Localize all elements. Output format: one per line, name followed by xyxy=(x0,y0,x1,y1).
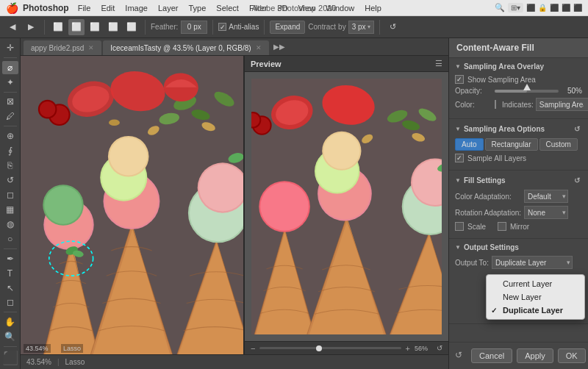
canvas-zoom-display: 43.54% xyxy=(26,358,51,366)
left-canvas[interactable]: 43.54% Lasso xyxy=(21,56,245,354)
scale-checkbox[interactable] xyxy=(455,222,464,231)
dropdown-item-current[interactable]: Current Layer xyxy=(487,277,584,290)
preview-title: Preview xyxy=(251,60,282,68)
zoom-minus[interactable]: − xyxy=(251,344,255,353)
foreground-color[interactable]: ⬛ xyxy=(2,350,18,366)
hand-tool[interactable]: ✋ xyxy=(2,315,18,329)
sample-all-layers-label: Sample All Layers xyxy=(467,154,526,162)
preview-panel: Preview ☰ xyxy=(245,56,448,354)
zoom-reset[interactable]: ↺ xyxy=(437,344,442,352)
reset-button[interactable]: ↺ xyxy=(385,19,401,35)
apply-button[interactable]: Apply xyxy=(517,348,553,363)
menu-file[interactable]: File xyxy=(74,2,96,14)
move-tool[interactable]: ✛ xyxy=(2,41,18,54)
left-canvas-tool: Lasso xyxy=(61,344,83,353)
blur-tool[interactable]: ◍ xyxy=(2,218,18,231)
shape-tool[interactable]: ◻ xyxy=(2,296,18,309)
sample-all-layers-checkbox[interactable]: ✓ xyxy=(455,154,464,162)
forward-button[interactable]: ▶ xyxy=(23,19,39,35)
indicates-select-wrap: Sampling Area Excluded Area xyxy=(536,98,588,111)
zoom-tool[interactable]: 🔍 xyxy=(2,330,18,343)
eraser-tool[interactable]: ◻ xyxy=(2,188,18,201)
magic-wand-tool[interactable]: ✦ xyxy=(2,76,18,89)
show-sampling-checkbox[interactable]: ✓ xyxy=(455,75,464,84)
dropdown-item-new[interactable]: New Layer xyxy=(487,290,584,304)
fill-settings-header[interactable]: ▼ Fill Settings ↺ xyxy=(455,175,582,185)
zoom-value: 56% xyxy=(415,345,432,352)
output-settings-header[interactable]: ▼ Output Settings xyxy=(455,243,582,251)
sampling-area-options-section: ▼ Sampling Area Options ↺ Auto Rectangul… xyxy=(449,119,588,171)
main-area: ✛ ⌀ ✦ ⊠ 🖊 ⊕ ∮ ⎘ ↺ ◻ ▦ ◍ ○ ✒ T ↖ ◻ ✋ 🔍 ⬛ … xyxy=(0,38,588,369)
tab-1[interactable]: appy Bride2.psd ✕ xyxy=(24,40,101,55)
show-sampling-row: ✓ Show Sampling Area xyxy=(455,75,582,84)
indicates-select[interactable]: Sampling Area Excluded Area xyxy=(536,98,588,111)
preview-menu-btn[interactable]: ☰ xyxy=(435,59,442,68)
tool-option-1[interactable]: ⬜ xyxy=(50,19,66,35)
tab-scroll-right[interactable]: ▶▶ xyxy=(273,43,285,51)
back-button[interactable]: ◀ xyxy=(4,19,21,35)
tab-1-close[interactable]: ✕ xyxy=(88,44,94,51)
expand-button[interactable]: Expand xyxy=(270,21,305,34)
menu-layer[interactable]: Layer xyxy=(154,2,183,14)
rotation-adaptation-select[interactable]: None Low Medium High Full xyxy=(524,206,568,219)
gradient-tool[interactable]: ▦ xyxy=(2,203,18,216)
tool-option-5[interactable]: ⬜ xyxy=(123,19,140,35)
path-tool[interactable]: ↖ xyxy=(2,282,18,295)
contract-arrow: ▾ xyxy=(368,24,370,30)
sampling-overlay-header[interactable]: ▼ Sampling Area Overlay xyxy=(455,62,582,71)
sampling-options-header[interactable]: ▼ Sampling Area Options ↺ xyxy=(455,123,582,134)
tool-option-3[interactable]: ⬜ xyxy=(87,19,103,35)
zoom-track[interactable] xyxy=(259,347,401,349)
tool-option-2[interactable]: ⬜ xyxy=(68,19,85,35)
cancel-button[interactable]: Cancel xyxy=(471,348,512,363)
zoom-plus[interactable]: + xyxy=(406,344,410,353)
opacity-slider-track[interactable] xyxy=(495,90,559,93)
menu-help[interactable]: Help xyxy=(360,2,386,14)
output-to-row: Output To: Current Layer New Layer Dupli… xyxy=(455,256,582,269)
fill-settings-reset[interactable]: ↺ xyxy=(572,175,582,185)
svg-point-66 xyxy=(323,133,359,169)
footer-reset-icon[interactable]: ↺ xyxy=(455,350,462,362)
search-icon[interactable]: 🔍 xyxy=(495,3,505,12)
crop-tool[interactable]: ⊠ xyxy=(2,95,18,108)
healing-tool[interactable]: ⊕ xyxy=(2,129,18,143)
show-sampling-label: Show Sampling Area xyxy=(467,76,536,84)
brush-tool[interactable]: ∮ xyxy=(2,144,18,157)
output-select[interactable]: Current Layer New Layer Duplicate Layer xyxy=(492,256,573,269)
ok-button[interactable]: OK xyxy=(558,348,586,363)
lasso-tool[interactable]: ⌀ xyxy=(2,61,18,74)
menu-image[interactable]: Image xyxy=(121,2,152,14)
contract-value: 3 px xyxy=(352,23,366,31)
menu-edit[interactable]: Edit xyxy=(96,2,119,14)
menu-type[interactable]: Type xyxy=(184,2,210,14)
dropdown-item-duplicate[interactable]: Duplicate Layer xyxy=(487,304,584,317)
menu-icon-3: ⬛ xyxy=(550,4,559,12)
history-tool[interactable]: ↺ xyxy=(2,173,18,187)
tool-option-4[interactable]: ⬜ xyxy=(105,19,121,35)
tab-2-close[interactable]: ✕ xyxy=(256,44,262,51)
feather-input[interactable] xyxy=(181,21,207,34)
dodge-tool[interactable]: ○ xyxy=(2,232,18,246)
sampling-options-reset[interactable]: ↺ xyxy=(572,123,582,134)
tool-sep-a xyxy=(4,57,17,58)
stamp-tool[interactable]: ⎘ xyxy=(2,159,18,172)
mirror-checkbox[interactable] xyxy=(498,222,506,231)
color-adaptation-select[interactable]: Default None High xyxy=(524,190,568,203)
rectangular-btn[interactable]: Rectangular xyxy=(485,138,538,151)
zoom-thumb xyxy=(316,345,322,351)
anti-alias-checkbox[interactable]: ✓ xyxy=(218,23,226,31)
workspace-icon[interactable]: ⊞▾ xyxy=(508,3,523,12)
color-swatch[interactable] xyxy=(495,100,496,109)
text-tool[interactable]: T xyxy=(2,267,18,280)
auto-btn[interactable]: Auto xyxy=(455,138,484,151)
pen-tool[interactable]: ✒ xyxy=(2,252,18,265)
app-name: Photoshop xyxy=(23,3,69,13)
indicates-group: Indicates: Sampling Area Excluded Area xyxy=(502,98,588,111)
eyedropper-tool[interactable]: 🖊 xyxy=(2,110,18,123)
custom-btn[interactable]: Custom xyxy=(539,138,578,151)
svg-point-8 xyxy=(40,101,55,117)
menubar: 🍎 Photoshop File Edit Image Layer Type S… xyxy=(0,0,588,16)
color-adaptation-row: Color Adaptation: Default None High xyxy=(455,190,582,203)
tab-2[interactable]: IceceamIsTasty @ 43.5% (Layer 0, RGB/8) … xyxy=(103,40,268,55)
menu-select[interactable]: Select xyxy=(212,2,243,14)
